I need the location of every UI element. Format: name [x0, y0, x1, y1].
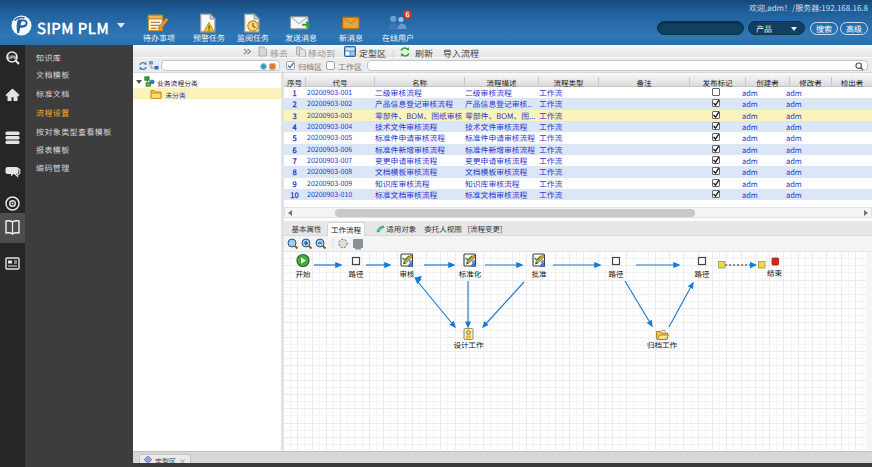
svg-text:路径: 路径	[609, 268, 624, 279]
svg-text:审核: 审核	[400, 268, 415, 279]
svg-text:开始: 开始	[296, 268, 311, 279]
svg-text:路径: 路径	[695, 268, 710, 279]
svg-text:结束: 结束	[767, 267, 782, 278]
svg-text:路径: 路径	[349, 268, 364, 279]
svg-text:归档工作: 归档工作	[647, 339, 677, 350]
svg-text:标准化: 标准化	[459, 268, 482, 279]
svg-text:批准: 批准	[532, 268, 547, 279]
svg-text:设计工作: 设计工作	[454, 339, 484, 350]
